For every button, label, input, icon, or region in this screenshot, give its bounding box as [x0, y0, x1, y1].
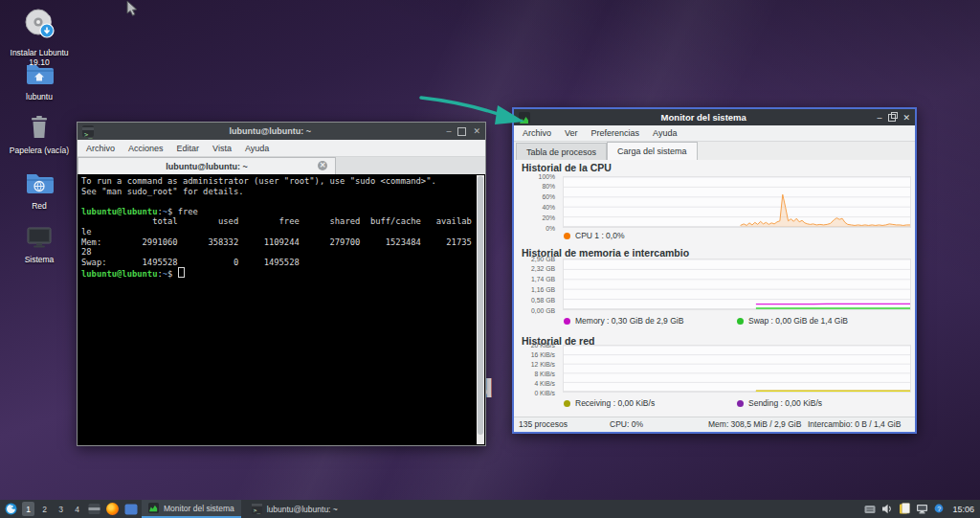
axis-tick-label: 16 KiB/s [531, 351, 555, 358]
volume-icon[interactable] [881, 501, 893, 518]
workspace-button-1[interactable]: 1 [22, 502, 34, 516]
desktop-icon-trash[interactable]: Papelera (vacía) [2, 113, 77, 156]
axis-tick-label: 20% [542, 214, 555, 221]
mouse-cursor [126, 1, 140, 18]
axis-tick-label: 1,16 GB [531, 286, 555, 293]
memory-history-chart [563, 259, 911, 310]
desktop-icon-system[interactable]: Sistema [2, 224, 77, 265]
axis-tick-label: 1,74 GB [531, 276, 555, 282]
keyboard-layout-icon[interactable] [864, 501, 876, 518]
monitor-restore-button[interactable] [888, 114, 896, 122]
legend-item: CPU 1 : 0,0% [564, 231, 625, 240]
cpu-history-chart [563, 176, 911, 228]
axis-tick-label: 60% [542, 193, 555, 200]
terminal-menubar: Archivo Acciones Editar Vista Ayuda [78, 140, 485, 157]
axis-tick-label: 100% [539, 173, 555, 180]
axis-tick-label: 80% [542, 183, 555, 190]
taskbar-clock[interactable]: 15:06 [952, 505, 974, 514]
lubuntu-menu-button[interactable] [4, 502, 18, 516]
blue-app-icon[interactable] [123, 502, 138, 516]
legend-color-dot [564, 400, 570, 407]
axis-tick-label: 0% [546, 225, 555, 232]
legend-label: Memory : 0,30 GiB de 2,9 GiB [575, 316, 683, 326]
workspace-button-2[interactable]: 2 [38, 502, 51, 516]
terminal-output-area[interactable]: To run a command as administrator (user … [78, 174, 485, 445]
status-cpu: CPU: 0% [610, 419, 643, 429]
terminal-window[interactable]: >_ lubuntu@lubuntu: ~ – ✕ Archivo Accion… [77, 122, 486, 446]
axis-tick-label: 0,58 GB [531, 297, 555, 304]
workspace-button-4[interactable]: 4 [71, 502, 83, 516]
svg-text:>_: >_ [254, 507, 261, 514]
trash-icon [25, 113, 54, 146]
terminal-task-icon: >_ [252, 504, 262, 514]
axis-tick-label: 20 KiB/s [531, 342, 555, 349]
network-history-chart [563, 345, 911, 393]
menu-ver[interactable]: Ver [565, 128, 578, 138]
file-manager-icon[interactable] [87, 502, 101, 516]
menu-vista[interactable]: Vista [212, 144, 232, 153]
monitor-tabbar: Tabla de procesos Carga del sistema [514, 142, 915, 160]
system-monitor-task-icon [148, 503, 159, 513]
axis-tick-label: 8 KiB/s [534, 371, 555, 377]
status-memory: Mem: 308,5 MiB / 2,9 GiB [708, 419, 801, 429]
monitor-titlebar[interactable]: Monitor del sistema – ✕ [514, 109, 915, 125]
menu-acciones[interactable]: Acciones [128, 144, 164, 153]
cpu-history-title: Historial de la CPU [522, 162, 612, 173]
task-button-terminal[interactable]: >_ lubuntu@lubuntu: ~ [245, 500, 345, 518]
terminal-tab-label: lubuntu@lubuntu: ~ [166, 162, 248, 171]
legend-color-dot [737, 318, 744, 325]
terminal-scrollbar-thumb[interactable] [478, 176, 483, 435]
network-folder-icon [23, 169, 56, 201]
legend-label: Receiving : 0,00 KiB/s [575, 398, 655, 408]
annotation-arrow [419, 92, 530, 134]
workspace-button-3[interactable]: 3 [55, 502, 67, 516]
axis-tick-label: 40% [542, 204, 555, 211]
legend-item: Swap : 0,00 GiB de 1,4 GiB [737, 316, 848, 326]
legend-color-dot [564, 233, 570, 239]
memory-axis-ticks: 2,90 GB2,32 GB1,74 GB1,16 GB0,58 GB0,00 … [514, 259, 558, 310]
terminal-text: To run a command as administrator (user … [78, 174, 485, 282]
svg-text:?: ? [938, 505, 942, 511]
system-monitor-window[interactable]: Monitor del sistema – ✕ Archivo Ver Pref… [512, 107, 917, 434]
home-folder-icon [23, 59, 56, 92]
cpu-axis-ticks: 100%80%60%40%20%0% [514, 176, 558, 228]
firefox-icon[interactable] [105, 502, 120, 516]
tab-process-table[interactable]: Tabla de procesos [516, 143, 607, 160]
status-swap: Intercambio: 0 B / 1,4 GiB [808, 419, 901, 429]
monitor-minimize-button[interactable]: – [877, 113, 881, 123]
axis-tick-label: 2,90 GB [531, 256, 555, 262]
axis-tick-label: 4 KiB/s [534, 380, 555, 387]
tab-system-load[interactable]: Carga del sistema [607, 142, 698, 160]
menu-ayuda[interactable]: Ayuda [245, 144, 269, 153]
clipboard-icon[interactable] [899, 501, 910, 518]
task-button-system-monitor[interactable]: Monitor del sistema [142, 500, 241, 518]
legend-item: Sending : 0,00 KiB/s [737, 398, 822, 408]
terminal-tabbar: lubuntu@lubuntu: ~ ✕ [78, 157, 485, 174]
desktop-icon-installer[interactable]: Instalar Lubuntu 19.10 [2, 8, 77, 67]
desktop-icon-network[interactable]: Red [2, 169, 77, 212]
network-icon[interactable] [916, 501, 928, 518]
monitor-close-button[interactable]: ✕ [902, 113, 910, 123]
svg-text:>_: >_ [84, 131, 93, 139]
monitor-statusbar: 135 procesos CPU: 0% Mem: 308,5 MiB / 2,… [514, 417, 915, 432]
axis-tick-label: 12 KiB/s [531, 361, 555, 368]
axis-tick-label: 0,00 GB [531, 307, 555, 314]
desktop-icon-home[interactable]: lubuntu [2, 59, 77, 102]
status-process-count: 135 procesos [519, 419, 568, 429]
axis-tick-label: 0 KiB/s [534, 390, 555, 396]
terminal-tab[interactable]: lubuntu@lubuntu: ~ ✕ [78, 157, 336, 174]
taskbar: 1 2 3 4 Monitor del sistema >_ lubuntu@l… [0, 500, 980, 518]
menu-ayuda[interactable]: Ayuda [653, 128, 677, 138]
legend-label: Swap : 0,00 GiB de 1,4 GiB [748, 316, 848, 326]
terminal-app-icon: >_ [82, 125, 94, 137]
menu-preferencias[interactable]: Preferencias [591, 128, 640, 138]
menu-archivo[interactable]: Archivo [86, 144, 115, 153]
terminal-scrollbar[interactable] [477, 175, 484, 444]
network-axis-ticks: 20 KiB/s16 KiB/s12 KiB/s8 KiB/s4 KiB/s0 … [514, 345, 558, 393]
monitor-window-title: Monitor del sistema [530, 112, 877, 123]
system-monitor-screen-icon [23, 224, 56, 255]
tab-close-icon[interactable]: ✕ [318, 161, 327, 170]
menu-editar[interactable]: Editar [177, 144, 200, 153]
axis-tick-label: 2,32 GB [531, 265, 555, 272]
notifications-icon[interactable]: ? [934, 501, 945, 518]
